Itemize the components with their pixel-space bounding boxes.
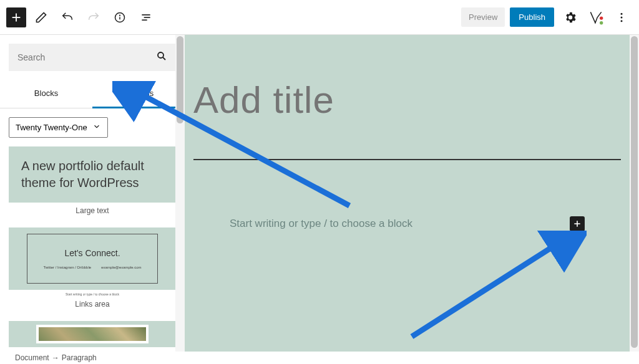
svg-point-10: [621, 12, 623, 14]
breadcrumb-arrow: →: [52, 353, 59, 362]
undo-icon[interactable]: [56, 6, 79, 29]
svg-point-4: [120, 15, 120, 16]
svg-line-14: [163, 57, 165, 60]
main-area: Blocks Patterns Twenty Twenty-One A new …: [0, 35, 639, 352]
pattern-label: Large text: [9, 203, 176, 224]
toolbar-right-group: Preview Publish: [461, 6, 633, 29]
inserter-tabs: Blocks Patterns: [0, 80, 185, 108]
links-row: Twitter / Instagram / Dribbble example@e…: [43, 265, 141, 270]
pattern-image-placeholder: [36, 325, 149, 343]
tab-patterns[interactable]: Patterns: [92, 80, 185, 108]
chevron-down-icon: [92, 122, 101, 133]
block-breadcrumb[interactable]: Document → Paragraph: [0, 352, 185, 364]
add-block-button[interactable]: [570, 216, 585, 231]
block-inserter-panel: Blocks Patterns Twenty Twenty-One A new …: [0, 35, 185, 352]
search-icon: [156, 50, 167, 64]
preview-button[interactable]: Preview: [461, 7, 505, 27]
post-title-input[interactable]: [193, 79, 621, 122]
links-title: Let's Connect.: [64, 247, 120, 259]
pattern-label: Links area: [9, 296, 176, 317]
pattern-category-select[interactable]: Twenty Twenty-One: [9, 117, 108, 138]
canvas-scroll-thumb[interactable]: [631, 36, 638, 348]
pattern-category-label: Twenty Twenty-One: [16, 123, 87, 132]
toolbar-left-group: [6, 6, 157, 29]
toggle-inserter-button[interactable]: [6, 7, 26, 27]
more-options-icon[interactable]: [610, 6, 633, 29]
svg-point-9: [600, 21, 603, 24]
settings-icon[interactable]: [559, 6, 582, 29]
sidebar-scrollbar[interactable]: [175, 35, 185, 352]
pattern-item[interactable]: A new portfolio default theme for WordPr…: [9, 146, 176, 224]
pattern-item[interactable]: Let's Connect. Twitter / Instagram / Dri…: [9, 228, 176, 317]
outline-icon[interactable]: [135, 6, 157, 29]
pattern-item[interactable]: [9, 321, 176, 347]
svg-point-8: [600, 16, 603, 19]
pattern-preview-links: Let's Connect. Twitter / Instagram / Dri…: [9, 228, 176, 290]
canvas-scrollbar[interactable]: [630, 35, 639, 352]
svg-point-12: [621, 20, 623, 22]
search-field-wrap: [9, 44, 176, 71]
title-underline: [193, 159, 621, 160]
block-placeholder-text: Start writing or type / to choose a bloc…: [230, 218, 570, 230]
editor-canvas-wrap: Start writing or type / to choose a bloc…: [185, 35, 639, 352]
editor-canvas[interactable]: Start writing or type / to choose a bloc…: [185, 35, 630, 352]
breadcrumb-document[interactable]: Document: [15, 353, 49, 362]
redo-icon[interactable]: [82, 6, 105, 29]
svg-point-11: [621, 16, 623, 18]
breadcrumb-paragraph[interactable]: Paragraph: [62, 353, 97, 362]
editor-toolbar: Preview Publish: [0, 0, 639, 35]
details-icon[interactable]: [109, 6, 131, 29]
default-block-appender[interactable]: Start writing or type / to choose a bloc…: [193, 216, 621, 231]
edit-mode-icon[interactable]: [30, 6, 52, 29]
yoast-icon[interactable]: [587, 8, 605, 27]
pattern-preview-large-text: A new portfolio default theme for WordPr…: [9, 146, 176, 203]
tab-blocks[interactable]: Blocks: [0, 80, 92, 108]
publish-button[interactable]: Publish: [510, 7, 554, 27]
pattern-preview-image: [9, 321, 176, 347]
search-input[interactable]: [17, 52, 156, 62]
svg-point-13: [158, 52, 163, 58]
links-frame: Let's Connect. Twitter / Instagram / Dri…: [27, 234, 158, 284]
sidebar-scroll-thumb[interactable]: [177, 36, 183, 123]
